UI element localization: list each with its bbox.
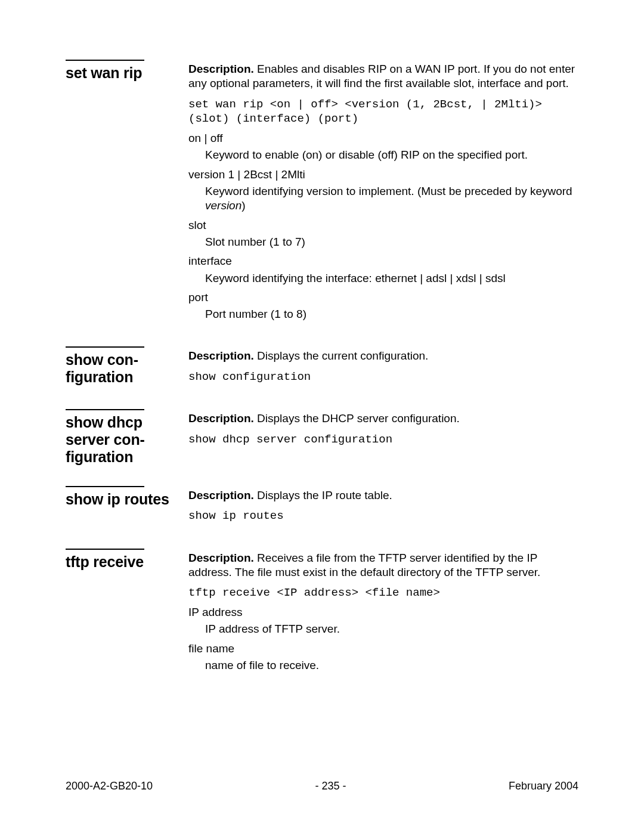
param-definition: Keyword identifying the interface: ether… (205, 271, 578, 286)
footer-right: February 2004 (509, 780, 578, 792)
command-heading-col: show ip routes (66, 486, 188, 508)
command-body: Description. Receives a file from the TF… (188, 549, 578, 678)
command-syntax: set wan rip <on | off> <version (1, 2Bcs… (188, 97, 578, 126)
heading-rule (66, 486, 144, 487)
command-name: tftp receive (66, 553, 178, 571)
param-term: file name (188, 642, 578, 656)
description-label: Description. (188, 63, 254, 75)
command-heading-col: show con-figuration (66, 346, 188, 386)
command-entry: show con-figuration Description. Display… (66, 346, 578, 389)
param-term: port (188, 290, 578, 305)
param-term: version 1 | 2Bcst | 2Mlti (188, 168, 578, 182)
param-definition: IP address of TFTP server. (205, 622, 578, 636)
command-name: show con-figuration (66, 351, 178, 386)
command-description: Description. Enables and disables RIP on… (188, 62, 578, 91)
param-definition: Keyword identifying version to implement… (205, 184, 578, 213)
command-entry: tftp receive Description. Receives a fil… (66, 549, 578, 678)
param-definition: Keyword to enable (on) or disable (off) … (205, 148, 578, 162)
footer-left: 2000-A2-GB20-10 (66, 780, 153, 792)
command-heading-col: tftp receive (66, 549, 188, 571)
description-text: Displays the DHCP server configuration. (257, 412, 460, 425)
command-body: Description. Displays the DHCP server co… (188, 409, 578, 451)
param-term: slot (188, 218, 578, 233)
footer-center: - 235 - (315, 780, 346, 792)
command-heading-col: show dhcp server con-figuration (66, 409, 188, 465)
param-definition: name of file to receive. (205, 658, 578, 673)
command-name: show ip routes (66, 491, 178, 508)
command-description: Description. Displays the IP route table… (188, 488, 578, 503)
command-name: show dhcp server con-figuration (66, 414, 178, 465)
heading-rule (66, 60, 144, 61)
heading-rule (66, 346, 144, 348)
description-label: Description. (188, 489, 254, 501)
command-entry: show ip routes Description. Displays the… (66, 486, 578, 528)
command-description: Description. Displays the current config… (188, 349, 578, 363)
command-entry: show dhcp server con-figuration Descript… (66, 409, 578, 465)
description-label: Description. (188, 349, 254, 362)
param-definition: Slot number (1 to 7) (205, 235, 578, 249)
param-term: on | off (188, 131, 578, 145)
command-description: Description. Displays the DHCP server co… (188, 411, 578, 426)
param-def-pre: Keyword identifying version to implement… (205, 185, 572, 197)
page-footer: 2000-A2-GB20-10 - 235 - February 2004 (66, 780, 578, 792)
description-text: Displays the IP route table. (257, 489, 392, 501)
command-body: Description. Enables and disables RIP on… (188, 60, 578, 326)
command-syntax: show ip routes (188, 509, 578, 524)
command-heading-col: set wan rip (66, 60, 188, 82)
heading-rule (66, 409, 144, 410)
description-label: Description. (188, 552, 254, 564)
command-name: set wan rip (66, 64, 178, 82)
param-def-italic: version (205, 199, 242, 212)
param-definition: Port number (1 to 8) (205, 307, 578, 321)
description-label: Description. (188, 412, 254, 425)
command-entry: set wan rip Description. Enables and dis… (66, 60, 578, 326)
command-syntax: tftp receive <IP address> <file name> (188, 586, 578, 600)
command-description: Description. Receives a file from the TF… (188, 551, 578, 580)
page: set wan rip Description. Enables and dis… (0, 0, 644, 833)
param-term: interface (188, 254, 578, 268)
heading-rule (66, 549, 144, 550)
command-syntax: show dhcp server configuration (188, 432, 578, 447)
command-body: Description. Displays the current config… (188, 346, 578, 389)
description-text: Displays the current configuration. (257, 349, 428, 362)
param-term: IP address (188, 605, 578, 620)
param-def-post: ) (242, 199, 245, 212)
command-syntax: show configuration (188, 370, 578, 385)
command-body: Description. Displays the IP route table… (188, 486, 578, 528)
